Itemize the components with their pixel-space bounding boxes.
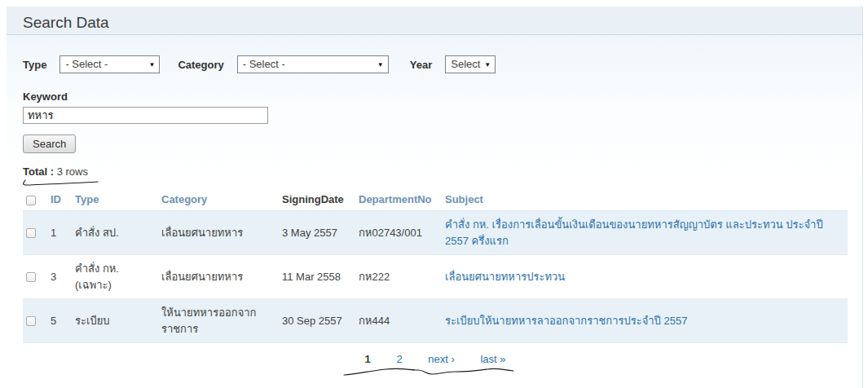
col-header-signingdate[interactable]: SigningDate <box>279 188 355 211</box>
dropdown-arrow-icon: ▼ <box>484 57 491 73</box>
row-checkbox[interactable] <box>26 228 36 238</box>
category-select[interactable]: - Select - ▼ <box>237 55 389 73</box>
year-select-value: Select <box>451 58 480 70</box>
total-line: Total : 3 rows <box>23 165 846 178</box>
panel-header: Search Data <box>7 7 862 35</box>
cell-category: เลื่อนยศนายทหาร <box>158 255 279 299</box>
dropdown-arrow-icon: ▼ <box>377 57 384 73</box>
total-label: Total : <box>23 165 54 178</box>
table-row: 3 คำสั่ง กห. (เฉพาะ) เลื่อนยศนายทหาร 11 … <box>23 255 848 299</box>
select-all-checkbox[interactable] <box>26 196 36 205</box>
dropdown-arrow-icon: ▼ <box>148 57 155 73</box>
pagination-page-2[interactable]: 2 <box>396 353 402 365</box>
col-header-subject[interactable]: Subject <box>442 188 848 211</box>
subject-link[interactable]: คำสั่ง กห. เรื่องการเลื่อนขั้นเงินเดือนข… <box>445 218 823 247</box>
row-checkbox[interactable] <box>26 272 36 282</box>
cell-type: ระเบียบ <box>72 299 158 343</box>
annotation-squiggle <box>341 365 528 378</box>
col-header-category[interactable]: Category <box>158 188 279 211</box>
col-header-departmentno[interactable]: DepartmentNo <box>355 188 442 211</box>
pagination-last[interactable]: last » <box>480 353 505 365</box>
type-select[interactable]: - Select - ▼ <box>59 55 160 73</box>
type-label: Type <box>23 59 46 71</box>
col-header-type[interactable]: Type <box>72 188 158 211</box>
cell-id: 1 <box>47 211 72 255</box>
cell-signing-date: 3 May 2557 <box>279 211 355 255</box>
cell-category: เลื่อนยศนายทหาร <box>158 211 279 255</box>
table-header-row: ID Type Category SigningDate DepartmentN… <box>23 188 848 211</box>
cell-signing-date: 11 Mar 2558 <box>279 255 355 299</box>
cell-department-no: กห222 <box>355 255 442 299</box>
subject-link[interactable]: เลื่อนยศนายทหารประทวน <box>445 271 565 283</box>
year-label: Year <box>410 59 432 71</box>
filter-row: Type - Select - ▼ Category - Select - ▼ … <box>23 35 846 73</box>
year-select[interactable]: Select ▼ <box>445 55 496 73</box>
category-select-value: - Select - <box>243 58 285 70</box>
annotation-squiggle <box>21 179 103 187</box>
page-title: Search Data <box>23 14 109 31</box>
cell-type: คำสั่ง กห. (เฉพาะ) <box>72 255 158 299</box>
pagination: 1 2 next › last » <box>23 353 848 365</box>
search-data-panel: Search Data Type - Select - ▼ Category -… <box>7 7 863 388</box>
cell-id: 3 <box>47 255 72 299</box>
cell-id: 5 <box>47 299 72 343</box>
row-checkbox[interactable] <box>26 316 36 326</box>
type-select-value: - Select - <box>65 58 108 70</box>
keyword-label: Keyword <box>23 90 846 103</box>
cell-signing-date: 30 Sep 2557 <box>279 299 355 343</box>
table-row: 1 คำสั่ง สป. เลื่อนยศนายทหาร 3 May 2557 … <box>23 211 848 255</box>
table-row: 5 ระเบียบ ให้นายทหารออกจากราชการ 30 Sep … <box>23 299 848 343</box>
total-value: 3 rows <box>57 165 88 178</box>
cell-category: ให้นายทหารออกจากราชการ <box>158 299 279 343</box>
keyword-input[interactable] <box>23 107 268 124</box>
search-button[interactable]: Search <box>23 134 76 153</box>
category-label: Category <box>178 59 223 71</box>
col-header-id[interactable]: ID <box>47 188 72 211</box>
cell-department-no: กห444 <box>355 299 442 343</box>
subject-link[interactable]: ระเบียบให้นายทหารลาออกจากราชการประจำปี 2… <box>445 315 687 327</box>
results-table: ID Type Category SigningDate DepartmentN… <box>23 188 848 343</box>
pagination-next[interactable]: next › <box>428 353 455 365</box>
cell-department-no: กห02743/001 <box>355 211 442 255</box>
cell-type: คำสั่ง สป. <box>72 211 158 255</box>
panel-body: Type - Select - ▼ Category - Select - ▼ … <box>7 35 862 387</box>
pagination-current-page: 1 <box>365 353 371 365</box>
